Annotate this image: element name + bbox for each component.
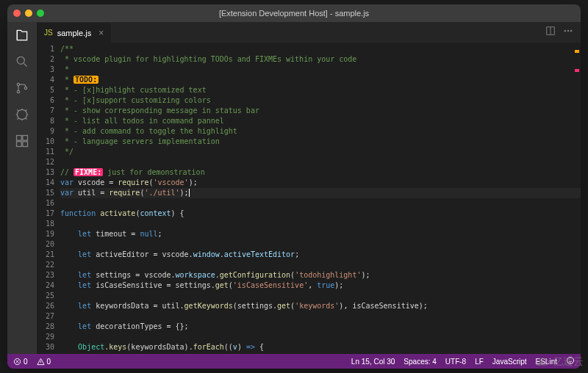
svg-point-2 <box>17 90 19 93</box>
code-line[interactable]: */ <box>60 147 581 157</box>
code-line[interactable]: * <box>60 65 581 75</box>
code-line[interactable]: * - list all todos in command pannel <box>60 116 581 126</box>
code-line[interactable]: * - add command to toggle the highlight <box>60 126 581 137</box>
code-line[interactable]: let decorationTypes = {}; <box>60 322 581 332</box>
tab-bar: JS sample.js × <box>37 22 581 43</box>
more-actions-icon[interactable] <box>563 26 573 39</box>
extensions-icon[interactable] <box>15 134 29 151</box>
language-status[interactable]: JavaScript <box>492 358 527 366</box>
svg-point-11 <box>567 30 569 32</box>
titlebar[interactable]: [Extension Development Host] - sample.js <box>7 4 581 22</box>
svg-rect-8 <box>23 142 28 147</box>
search-icon[interactable] <box>15 54 29 72</box>
code-line[interactable]: * - show corresponding message in status… <box>60 106 581 116</box>
window-title: [Extension Development Host] - sample.js <box>219 9 369 18</box>
svg-point-17 <box>541 361 542 363</box>
svg-rect-5 <box>17 136 22 141</box>
activity-bar <box>7 22 37 354</box>
encoding-status[interactable]: UTF-8 <box>445 358 466 366</box>
svg-point-12 <box>570 30 572 32</box>
code-line[interactable]: Object.keys(keywordsData).forEach((v) =>… <box>60 342 581 352</box>
svg-point-3 <box>24 87 26 89</box>
tab-label: sample.js <box>57 29 91 37</box>
code-line[interactable]: let keywordsData = util.getKeywords(sett… <box>60 301 581 311</box>
close-tab-icon[interactable]: × <box>98 28 104 38</box>
code-line[interactable]: * vscode plugin for highlighting TODOs a… <box>60 54 581 65</box>
code-line[interactable]: function activate(context) { <box>60 209 581 219</box>
code-line[interactable]: * TODO: <box>60 75 581 85</box>
svg-rect-6 <box>23 136 28 141</box>
js-file-icon: JS <box>44 29 53 37</box>
code-line[interactable]: * - language servers implementation <box>60 137 581 147</box>
svg-rect-7 <box>17 142 22 147</box>
main-area: JS sample.js × 1234567891011121314151617… <box>7 22 581 354</box>
window-controls <box>13 10 44 17</box>
minimize-window-button[interactable] <box>25 10 32 17</box>
code-line[interactable]: let activeEditor = vscode.window.activeT… <box>60 250 581 260</box>
code-line[interactable] <box>60 198 581 209</box>
svg-point-4 <box>17 109 26 119</box>
line-number-gutter: 1234567891011121314151617181920212223242… <box>37 43 60 354</box>
code-line[interactable]: /** <box>60 44 581 54</box>
code-line[interactable] <box>60 332 581 342</box>
editor-actions <box>545 26 581 39</box>
code-line[interactable]: var vscode = require('vscode'); <box>60 178 581 188</box>
status-bar: 0 0 Ln 15, Col 30 Spaces: 4 UTF-8 LF Jav… <box>7 354 581 369</box>
code-area[interactable]: /** * vscode plugin for highlighting TOD… <box>60 43 581 354</box>
code-line[interactable] <box>60 291 581 301</box>
code-line[interactable]: * - [x]highlight customized text <box>60 85 581 95</box>
code-line[interactable]: let timeout = null; <box>60 229 581 239</box>
editor-group: JS sample.js × 1234567891011121314151617… <box>37 22 581 354</box>
maximize-window-button[interactable] <box>37 10 44 17</box>
svg-point-0 <box>17 57 24 64</box>
svg-point-10 <box>564 30 566 32</box>
code-line[interactable]: if (!isCaseSensitive) { <box>60 352 581 354</box>
code-line[interactable] <box>60 157 581 167</box>
explorer-icon[interactable] <box>15 28 29 46</box>
code-line[interactable] <box>60 311 581 322</box>
debug-icon[interactable] <box>15 107 29 125</box>
code-line[interactable]: * - [x]support customizing colors <box>60 95 581 106</box>
eol-status[interactable]: LF <box>475 358 484 366</box>
split-editor-icon[interactable] <box>545 26 556 39</box>
tab-sample-js[interactable]: JS sample.js × <box>37 22 111 43</box>
code-editor[interactable]: 1234567891011121314151617181920212223242… <box>37 43 581 354</box>
overview-ruler[interactable] <box>573 43 581 354</box>
code-line[interactable]: // FIXME: just for demonstration <box>60 167 581 178</box>
source-control-icon[interactable] <box>15 81 29 98</box>
indentation-status[interactable]: Spaces: 4 <box>404 358 436 366</box>
code-line[interactable]: var util = require('./util'); <box>60 188 581 198</box>
watermark: 亿速云 <box>534 355 584 369</box>
code-line[interactable] <box>60 219 581 229</box>
vscode-window: [Extension Development Host] - sample.js… <box>7 4 581 369</box>
warnings-status[interactable]: 0 <box>37 358 51 366</box>
code-line[interactable]: let isCaseSensitive = settings.get('isCa… <box>60 280 581 291</box>
svg-point-1 <box>17 83 19 85</box>
code-line[interactable] <box>60 239 581 250</box>
cursor-position[interactable]: Ln 15, Col 30 <box>351 358 395 366</box>
close-window-button[interactable] <box>13 10 21 17</box>
code-line[interactable]: let settings = vscode.workspace.getConfi… <box>60 270 581 280</box>
errors-status[interactable]: 0 <box>13 358 28 366</box>
code-line[interactable] <box>60 260 581 270</box>
